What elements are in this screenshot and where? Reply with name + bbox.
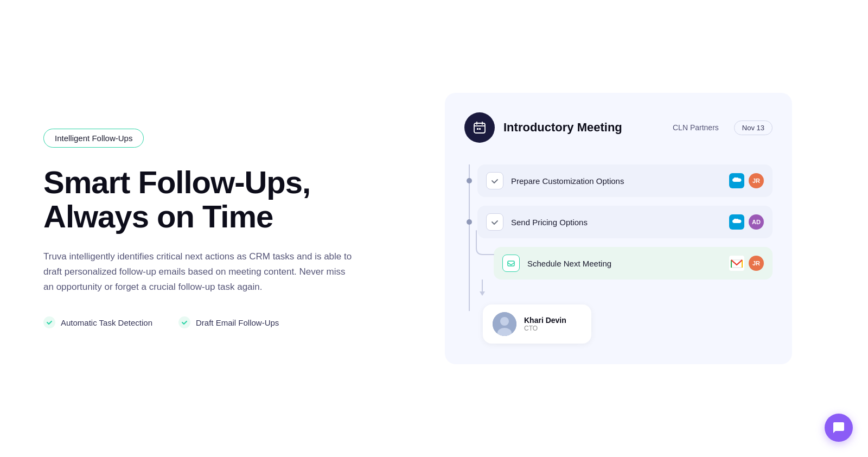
gmail-icon: [729, 256, 744, 271]
timeline-line: [469, 164, 470, 311]
meeting-header: Introductory Meeting CLN Partners Nov 13: [464, 112, 773, 143]
svg-marker-6: [480, 291, 485, 296]
badge-text: Intelligent Follow-Ups: [55, 134, 132, 143]
feature-label-1: Automatic Task Detection: [61, 318, 152, 327]
task-name-3: Schedule Next Meeting: [527, 259, 722, 268]
person-card: Khari Devin CTO: [483, 304, 591, 344]
task-item-2: Send Pricing Options AD: [477, 206, 773, 238]
page-container: Intelligent Follow-Ups Smart Follow-Ups,…: [0, 0, 868, 457]
task-row-2: Send Pricing Options AD: [477, 206, 773, 238]
meeting-date: Nov 13: [734, 120, 773, 135]
avatar-ad-2: AD: [749, 214, 764, 230]
salesforce-icon-2: [729, 214, 744, 230]
task-icons-2: AD: [729, 214, 764, 230]
feature-item-1: Automatic Task Detection: [43, 316, 152, 328]
badge: Intelligent Follow-Ups: [43, 129, 144, 148]
meeting-card: Introductory Meeting CLN Partners Nov 13: [445, 93, 792, 364]
task-checkbox-2: [486, 213, 503, 231]
avatar-jr-3: JR: [749, 256, 764, 271]
person-avatar: [493, 312, 516, 336]
headline: Smart Follow-Ups, Always on Time: [43, 165, 380, 234]
task-row-3: Schedule Next Meeting: [494, 247, 773, 280]
feature-label-2: Draft Email Follow-Ups: [196, 318, 279, 327]
person-role: CTO: [524, 325, 566, 332]
person-name: Khari Devin: [524, 316, 566, 325]
task-name-2: Send Pricing Options: [511, 218, 722, 227]
arrow-down-svg: [480, 280, 485, 296]
meeting-icon: [464, 112, 495, 143]
timeline-dot-2: [467, 219, 472, 225]
headline-line2: Always on Time: [43, 199, 273, 234]
task-icons-1: JR: [729, 173, 764, 188]
meeting-company: CLN Partners: [673, 123, 719, 132]
svg-rect-1: [477, 128, 478, 130]
timeline-dot-1: [467, 178, 472, 183]
task-item-1: Prepare Customization Options JR: [477, 164, 773, 197]
features-row: Automatic Task Detection Draft Email Fol…: [43, 316, 380, 328]
check-icon-2: [178, 316, 190, 328]
svg-point-8: [500, 317, 509, 326]
svg-rect-2: [479, 128, 481, 130]
task-item-3-wrapper: Schedule Next Meeting: [494, 247, 773, 280]
branch-svg: [472, 231, 494, 263]
arrow-down-wrapper: [477, 280, 773, 296]
meeting-title: Introductory Meeting: [503, 120, 664, 135]
person-info: Khari Devin CTO: [524, 316, 566, 332]
check-icon-1: [43, 316, 55, 328]
feature-item-2: Draft Email Follow-Ups: [178, 316, 279, 328]
task-name-1: Prepare Customization Options: [511, 176, 722, 186]
description: Truva intelligently identifies critical …: [43, 249, 358, 295]
right-section: Introductory Meeting CLN Partners Nov 13: [412, 93, 825, 364]
task-row-1: Prepare Customization Options JR: [477, 164, 773, 197]
task-checkbox-1: [486, 172, 503, 189]
task-checkbox-3: [502, 255, 520, 272]
task-icons-3: JR: [729, 256, 764, 271]
salesforce-icon-1: [729, 173, 744, 188]
timeline: Prepare Customization Options JR: [464, 164, 773, 344]
left-section: Intelligent Follow-Ups Smart Follow-Ups,…: [43, 129, 412, 329]
chat-bubble[interactable]: [825, 414, 853, 442]
avatar-jr-1: JR: [749, 173, 764, 188]
headline-line1: Smart Follow-Ups,: [43, 164, 310, 200]
